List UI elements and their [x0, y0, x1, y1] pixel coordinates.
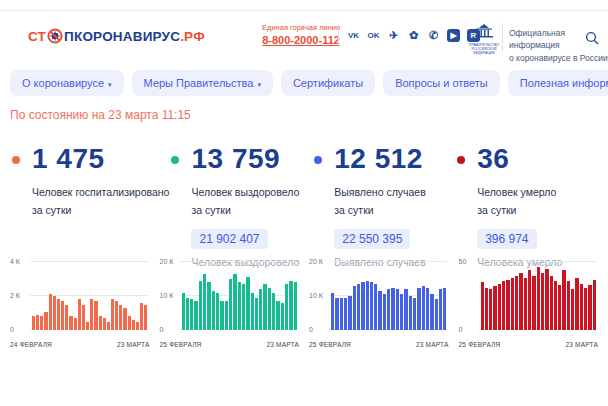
chart-cases-daily: 20 К10 К0 25 ФЕВРАЛЯ23 МАРТА [309, 258, 449, 350]
stat-total-badge: 396 974 [477, 229, 536, 249]
stat-label-line2: за сутки [32, 202, 169, 220]
chart-deaths-daily: 500 25 ФЕВРАЛЯ23 МАРТА [459, 258, 599, 350]
x-axis-end-label: 23 МАРТА [565, 341, 598, 348]
stat-value: 13 759 [191, 143, 312, 175]
vk-icon[interactable]: VK [347, 29, 360, 42]
header-divider [338, 25, 339, 47]
x-axis-end-label: 23 МАРТА [266, 341, 299, 348]
stat-value: 12 512 [334, 143, 455, 175]
stat-label-line1: Человек госпитализировано [32, 184, 169, 202]
header-divider-2 [502, 23, 503, 51]
government-link[interactable]: Правительство Российской Федерации [468, 24, 500, 56]
telegram-icon[interactable]: ✈ [387, 29, 400, 42]
hotline: Единая горячая линия 8-800-2000-112 [262, 23, 340, 46]
youtube-icon[interactable]: ▶ [447, 29, 460, 42]
ok-icon[interactable]: OK [367, 29, 380, 42]
no-virus-icon [47, 28, 63, 44]
hotline-label: Единая горячая линия [262, 23, 340, 32]
header: СТ ПКОРОНАВИРУС .РФ Единая горячая линия… [0, 11, 608, 63]
x-axis-end-label: 23 МАРТА [117, 341, 150, 348]
search-icon[interactable] [585, 31, 599, 45]
stat-total-badge: 21 902 407 [191, 229, 267, 249]
chevron-down-icon: ▾ [257, 81, 261, 88]
charts-row: 4 К2 К0 24 ФЕВРАЛЯ23 МАРТА 20 К10 К0 25 … [10, 258, 598, 350]
site-logo[interactable]: СТ ПКОРОНАВИРУС .РФ [28, 28, 205, 44]
tagline-line2: о коронавирусе в России [509, 52, 608, 64]
x-axis-end-label: 23 МАРТА [416, 341, 449, 348]
dzen-icon[interactable]: ✿ [407, 29, 420, 42]
stat-label-line1: Выявлено случаев [334, 184, 455, 202]
stat-label-line1: Человек умерло [477, 184, 598, 202]
chart-hospitalized-daily: 4 К2 К0 24 ФЕВРАЛЯ23 МАРТА [10, 258, 150, 350]
main-nav: О коронавирусе ▾ Меры Правительства ▾ Се… [10, 70, 608, 96]
nav-item-useful-info[interactable]: Полезная информация ▾ [508, 70, 608, 96]
x-axis-start-label: 24 ФЕВРАЛЯ [10, 341, 52, 348]
stat-hospitalized: 1 475 Человек госпитализировано за сутки [10, 143, 169, 268]
stat-total-badge: 22 550 395 [334, 229, 410, 249]
stat-dot [171, 156, 179, 164]
hotline-phone-link[interactable]: 8-800-2000-112 [262, 34, 340, 46]
stat-label-line2: за сутки [191, 202, 312, 220]
stats-row: 1 475 Человек госпитализировано за сутки… [10, 143, 598, 268]
x-axis-start-label: 25 ФЕВРАЛЯ [160, 341, 202, 348]
chart-recovered-daily: 20 К10 К0 25 ФЕВРАЛЯ23 МАРТА [160, 258, 300, 350]
stat-dot [457, 156, 465, 164]
stat-deaths: 36 Человек умерло за сутки 396 974 Челов… [455, 143, 598, 268]
logo-text-main: ПКОРОНАВИРУС [64, 29, 180, 44]
chevron-down-icon: ▾ [108, 81, 112, 88]
stat-dot [314, 156, 322, 164]
government-org-label: Правительство Российской Федерации [468, 43, 500, 56]
viber-icon[interactable]: ✆ [427, 29, 440, 42]
stat-label-line1: Человек выздоровело [191, 184, 312, 202]
nav-item-about-coronavirus[interactable]: О коронавирусе ▾ [10, 70, 124, 96]
x-axis-start-label: 25 ФЕВРАЛЯ [309, 341, 351, 348]
nav-item-certificates[interactable]: Сертификаты [281, 70, 375, 96]
stat-dot [12, 156, 20, 164]
logo-text-tld: .РФ [180, 29, 205, 44]
stat-value: 36 [477, 143, 598, 175]
stat-label-line2: за сутки [477, 202, 598, 220]
x-axis-start-label: 25 ФЕВРАЛЯ [459, 341, 501, 348]
stat-label-line2: за сутки [334, 202, 455, 220]
nav-item-questions-answers[interactable]: Вопросы и ответы [383, 70, 500, 96]
stat-cases: 12 512 Выявлено случаев за сутки 22 550 … [312, 143, 455, 268]
stat-recovered: 13 759 Человек выздоровело за сутки 21 9… [169, 143, 312, 268]
status-as-of: По состоянию на 23 марта 11:15 [10, 108, 191, 122]
nav-item-government-measures[interactable]: Меры Правительства ▾ [132, 70, 273, 96]
logo-text-prefix: СТ [28, 29, 46, 44]
social-links: VK OK ✈ ✿ ✆ ▶ R [347, 29, 480, 42]
stat-value: 1 475 [32, 143, 169, 175]
government-building-icon [473, 24, 495, 38]
